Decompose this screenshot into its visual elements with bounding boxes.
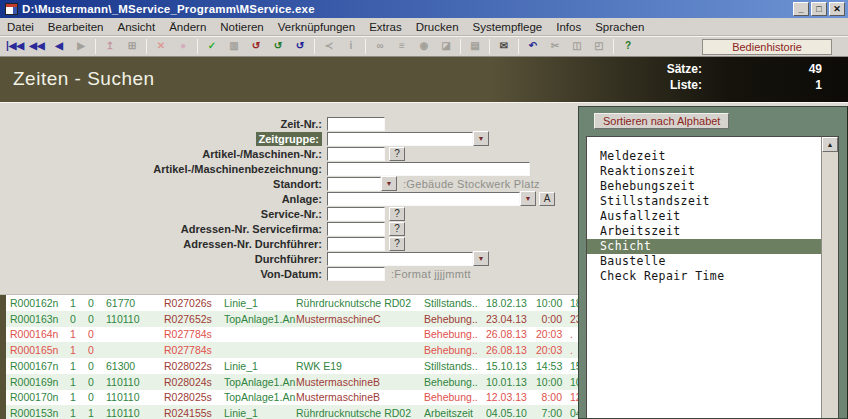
list-item-reaktionszeit[interactable]: Reaktionszeit: [587, 164, 821, 179]
menu-item-systempflege[interactable]: Systempflege: [466, 20, 550, 34]
adressen-durchfuehrer-input[interactable]: [327, 237, 385, 251]
first-record-icon[interactable]: |◀◀: [4, 38, 26, 55]
stamp-icon[interactable]: ●: [172, 38, 194, 55]
close-button[interactable]: ✕: [829, 2, 845, 16]
table-cell: 0: [88, 391, 106, 403]
minimize-button[interactable]: _: [793, 2, 809, 16]
von-datum-label: Von-Datum:: [0, 268, 322, 280]
menu-item-infos[interactable]: Infos: [549, 20, 588, 34]
tree-icon[interactable]: ⊞: [121, 38, 143, 55]
paste-icon[interactable]: ◰: [588, 38, 610, 55]
table-cell: 0:00: [536, 313, 564, 325]
list-item-check-repair-time[interactable]: Check Repair Time: [587, 269, 821, 284]
import-icon[interactable]: ↥: [99, 38, 121, 55]
adressen-durchfuehrer-lookup-button[interactable]: ?: [389, 237, 405, 251]
list-item-ausfallzeit[interactable]: Ausfallzeit: [587, 209, 821, 224]
service-nr-input[interactable]: [327, 207, 385, 221]
table-cell: TopAnlage1.An..: [224, 376, 296, 388]
von-datum-input[interactable]: [327, 267, 385, 281]
zeitarten-listbox: MeldezeitReaktionszeitBehebungszeitStill…: [586, 136, 839, 418]
copy-icon[interactable]: ◫: [566, 38, 588, 55]
menu-item-bearbeiten[interactable]: Bearbeiten: [41, 20, 111, 34]
zeit-nr-input[interactable]: [327, 117, 385, 131]
refresh-blue-icon[interactable]: ↺: [289, 38, 311, 55]
undo-icon[interactable]: ↶: [522, 38, 544, 55]
menu-item-verknüpfungen[interactable]: Verknüpfungen: [271, 20, 362, 34]
list-item-baustelle[interactable]: Baustelle: [587, 254, 821, 269]
list-item-behebungszeit[interactable]: Behebungszeit: [587, 179, 821, 194]
anlage-input[interactable]: [327, 192, 520, 206]
standort-combo-input[interactable]: [327, 177, 381, 191]
table-cell: 61300: [106, 360, 164, 372]
table-cell: MustermaschineC: [296, 313, 424, 325]
table-cell: 26.08.13: [486, 328, 536, 340]
book-icon[interactable]: ▥: [223, 38, 245, 55]
durchfuehrer-combo-input[interactable]: [327, 252, 473, 266]
table-cell: TopAnlage1.An..: [224, 313, 296, 325]
list-item-meldezeit[interactable]: Meldezeit: [587, 149, 821, 164]
chevron-down-icon: ▼: [525, 195, 532, 202]
bedienhistorie-button[interactable]: Bedienhistorie: [702, 39, 832, 55]
adressen-servicefirma-input[interactable]: [327, 222, 385, 236]
mail-icon[interactable]: ✉: [493, 38, 515, 55]
menu-item-ansicht[interactable]: Ansicht: [110, 20, 162, 34]
table-cell: 10:00: [536, 376, 564, 388]
anlage-dropdown-button[interactable]: ▼: [520, 191, 536, 206]
menu-item-sprachen[interactable]: Sprachen: [588, 20, 651, 34]
table-cell: 20:03: [536, 328, 564, 340]
chart-icon[interactable]: ◪: [435, 38, 457, 55]
anlage-a-button[interactable]: A: [539, 192, 555, 206]
zeitgruppe-label: Zeitgruppe:: [0, 133, 322, 145]
table-cell: Behebung..: [424, 376, 486, 388]
info-icon[interactable]: i: [340, 38, 362, 55]
cut-icon[interactable]: ✂: [544, 38, 566, 55]
list-item-stillstandszeit[interactable]: Stillstandszeit: [587, 194, 821, 209]
list-item-schicht[interactable]: Schicht: [587, 239, 821, 254]
table-cell: 7:00: [536, 407, 564, 419]
confirm-icon[interactable]: ✓: [201, 38, 223, 55]
list-item-arbeitszeit[interactable]: Arbeitszeit: [587, 224, 821, 239]
search-icon[interactable]: ∞: [369, 38, 391, 55]
table-cell: 1: [70, 391, 88, 403]
table-cell: TopAnlage1.An..: [224, 391, 296, 403]
menu-item-drucken[interactable]: Drucken: [409, 20, 466, 34]
delete-icon[interactable]: ✕: [150, 38, 172, 55]
service-nr-lookup-button[interactable]: ?: [389, 207, 405, 221]
menu-item-notieren[interactable]: Notieren: [213, 20, 270, 34]
maximize-button[interactable]: □: [811, 2, 827, 16]
app-icon[interactable]: [5, 3, 18, 15]
table-cell: Stillstands..: [424, 360, 486, 372]
table-cell: R000164n: [6, 328, 70, 340]
standort-dropdown-button[interactable]: ▼: [381, 176, 397, 191]
prev-icon[interactable]: ◀: [48, 38, 70, 55]
bezeichnung-input[interactable]: [327, 162, 530, 176]
table-cell: 12.03.13: [486, 391, 536, 403]
zeitarten-panel: Sortieren nach Alphabet MeldezeitReaktio…: [578, 106, 848, 419]
artikel-nr-lookup-button[interactable]: ?: [389, 147, 405, 161]
durchfuehrer-dropdown-button[interactable]: ▼: [473, 251, 489, 266]
zeitgruppe-dropdown-button[interactable]: ▼: [473, 131, 489, 146]
zeitgruppe-combo-input[interactable]: [327, 132, 473, 146]
help-icon[interactable]: ?: [617, 38, 639, 55]
table-cell: 1: [88, 407, 106, 419]
print-icon[interactable]: ▤: [464, 38, 486, 55]
toolbar-separator: [489, 39, 490, 54]
zeit-nr-label: Zeit-Nr.:: [0, 118, 322, 130]
adressen-servicefirma-lookup-button[interactable]: ?: [389, 222, 405, 236]
menu-item-ändern[interactable]: Ändern: [162, 20, 213, 34]
prev-fast-icon[interactable]: ◀◀: [26, 38, 48, 55]
title-bar: D:\Mustermann\_MService_Programm\MServic…: [0, 0, 848, 18]
next-icon[interactable]: ▶: [70, 38, 92, 55]
refresh-red-icon[interactable]: ↺: [245, 38, 267, 55]
list-icon[interactable]: ≡: [391, 38, 413, 55]
listbox-scrollbar[interactable]: ▲: [821, 137, 838, 418]
link-icon[interactable]: ≺: [318, 38, 340, 55]
sort-alphabet-button[interactable]: Sortieren nach Alphabet: [594, 113, 729, 129]
scroll-up-button[interactable]: ▲: [822, 137, 838, 152]
preview-icon[interactable]: ◉: [413, 38, 435, 55]
refresh-green-icon[interactable]: ↺: [267, 38, 289, 55]
artikel-nr-input[interactable]: [327, 147, 385, 161]
menu-item-extras[interactable]: Extras: [362, 20, 409, 34]
table-cell: 23.04.13: [486, 313, 536, 325]
menu-item-datei[interactable]: Datei: [0, 20, 41, 34]
